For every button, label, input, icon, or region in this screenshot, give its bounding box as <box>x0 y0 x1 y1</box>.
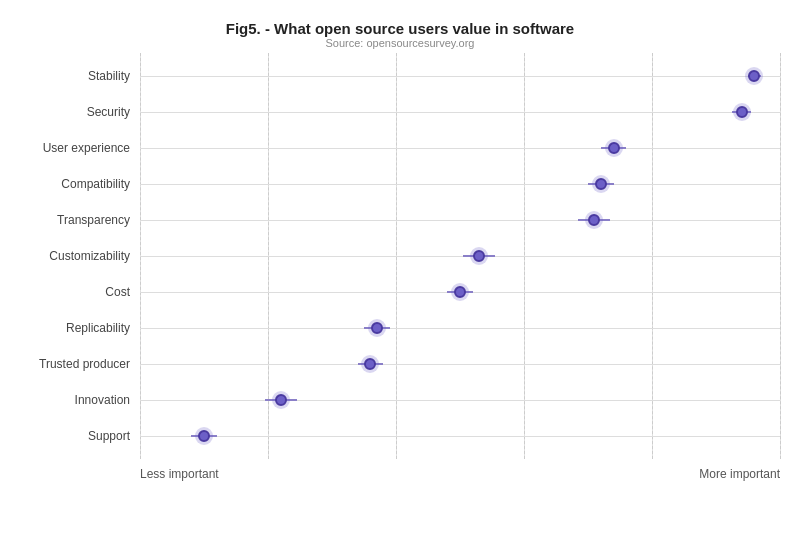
chart-row: User experience <box>140 130 780 166</box>
dot-inner <box>748 70 760 82</box>
axis-right-label: More important <box>699 467 780 481</box>
data-point <box>460 283 469 301</box>
dot-inner <box>454 286 466 298</box>
row-label: Customizability <box>0 249 130 263</box>
row-label: Compatibility <box>0 177 130 191</box>
dot-inner <box>595 178 607 190</box>
dot-outer <box>361 355 379 373</box>
row-line <box>140 76 780 77</box>
row-line <box>140 400 780 401</box>
dot-inner <box>198 430 210 442</box>
dot-outer <box>592 175 610 193</box>
title-area: Fig5. - What open source users value in … <box>0 20 800 49</box>
data-point <box>479 247 488 265</box>
row-label: Support <box>0 429 130 443</box>
chart-row: Stability <box>140 58 780 94</box>
chart-row: Support <box>140 418 780 454</box>
dot-outer <box>605 139 623 157</box>
row-line <box>140 184 780 185</box>
row-line <box>140 364 780 365</box>
data-point <box>742 103 751 121</box>
dot-inner <box>736 106 748 118</box>
dot-inner <box>588 214 600 226</box>
data-point <box>204 427 213 445</box>
dot-inner <box>275 394 287 406</box>
data-point <box>754 67 763 85</box>
grid-line <box>780 53 781 459</box>
chart-subtitle: Source: opensourcesurvey.org <box>0 37 800 49</box>
axis-labels: Less important More important <box>140 467 780 481</box>
row-label: Cost <box>0 285 130 299</box>
dot-outer <box>368 319 386 337</box>
row-label: Stability <box>0 69 130 83</box>
row-line <box>140 112 780 113</box>
chart-row: Innovation <box>140 382 780 418</box>
chart-title: Fig5. - What open source users value in … <box>0 20 800 37</box>
plot-area: StabilitySecurityUser experienceCompatib… <box>140 53 780 459</box>
data-point <box>281 391 290 409</box>
row-label: Replicability <box>0 321 130 335</box>
dot-outer <box>585 211 603 229</box>
dot-outer <box>195 427 213 445</box>
chart-row: Customizability <box>140 238 780 274</box>
row-line <box>140 220 780 221</box>
dot-inner <box>364 358 376 370</box>
chart-row: Trusted producer <box>140 346 780 382</box>
dot-inner <box>608 142 620 154</box>
dot-outer <box>733 103 751 121</box>
row-label: Security <box>0 105 130 119</box>
data-point <box>601 175 610 193</box>
chart-row: Cost <box>140 274 780 310</box>
chart-row: Transparency <box>140 202 780 238</box>
dot-outer <box>470 247 488 265</box>
data-point <box>594 211 603 229</box>
data-point <box>370 355 379 373</box>
data-point <box>614 139 623 157</box>
row-line <box>140 256 780 257</box>
dot-inner <box>473 250 485 262</box>
chart-row: Replicability <box>140 310 780 346</box>
row-line <box>140 148 780 149</box>
row-line <box>140 328 780 329</box>
dot-inner <box>371 322 383 334</box>
chart-row: Security <box>140 94 780 130</box>
row-label: Innovation <box>0 393 130 407</box>
dot-outer <box>451 283 469 301</box>
axis-left-label: Less important <box>140 467 219 481</box>
chart-row: Compatibility <box>140 166 780 202</box>
row-line <box>140 436 780 437</box>
row-label: User experience <box>0 141 130 155</box>
row-label: Trusted producer <box>0 357 130 371</box>
chart-container: Fig5. - What open source users value in … <box>0 0 800 534</box>
row-label: Transparency <box>0 213 130 227</box>
dot-outer <box>745 67 763 85</box>
data-point <box>377 319 386 337</box>
dot-outer <box>272 391 290 409</box>
